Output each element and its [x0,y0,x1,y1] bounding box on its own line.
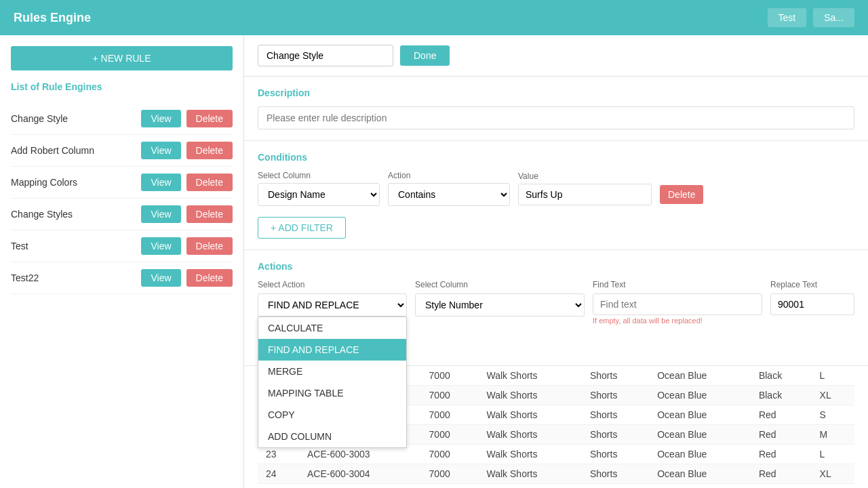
cell-size: M [812,425,854,445]
conditions-title: Conditions [258,152,854,163]
select-column-group: Select Column Design Name Style Number [258,171,380,206]
cell-size: XL [812,464,854,484]
rule-item-actions: View Delete [141,237,233,255]
view-button[interactable]: View [141,237,180,255]
col-find-text-label: Find Text [593,280,762,289]
find-text-input[interactable] [593,293,762,315]
delete-button[interactable]: Delete [186,237,233,255]
value-label: Value [518,171,652,181]
cell-style: Walk Shorts [479,386,582,405]
cell-category: Shorts [582,405,649,425]
actions-row: FIND AND REPLACE CALCULATE MERGE MAPPING… [258,293,854,325]
actions-title: Actions [258,261,854,272]
rule-name-label: Test [11,241,141,251]
rule-name-input[interactable] [258,45,393,66]
condition-row: Select Column Design Name Style Number A… [258,171,854,206]
cell-num: 25 [258,484,299,489]
rule-item-actions: View Delete [141,269,233,287]
rule-list: Change Style View Delete Add Robert Colu… [11,103,233,294]
cell-num: 24 [258,464,299,484]
delete-button[interactable]: Delete [186,110,233,127]
table-row: 24 ACE-600-3004 7000 Walk Shorts Shorts … [258,464,854,484]
cell-price: 7000 [421,445,479,464]
action-dropdown: CALCULATE FIND AND REPLACE MERGE MAPPING… [258,317,407,448]
find-hint: If empty, all data will be replaced! [593,317,762,325]
cell-style: Walk Shorts [479,425,582,445]
table-row: 25 ACE-600-4001 7000 Walk Shorts Shorts … [258,484,854,489]
done-button[interactable]: Done [400,45,450,66]
cell-style: Walk Shorts [479,464,582,484]
add-filter-button[interactable]: + ADD FILTER [258,217,346,239]
cell-size: L [812,366,854,386]
cell-price: 7000 [421,405,479,425]
test-button[interactable]: Test [768,8,807,27]
dropdown-item-mapping-table[interactable]: MAPPING TABLE [258,382,406,404]
app-title: Rules Engine [14,11,91,25]
cell-category: Shorts [582,386,649,405]
save-button[interactable]: Sa... [813,8,854,27]
cell-price: 7000 [421,386,479,405]
cell-color2: Black [751,366,812,386]
description-title: Description [258,87,854,98]
view-button[interactable]: View [141,142,180,159]
cell-color: Ocean Blue [649,464,751,484]
cell-color2: Red [751,425,812,445]
cell-color: Ocean Blue [649,445,751,464]
replace-text-input[interactable] [770,293,854,315]
sidebar: + NEW RULE List of Rule Engines Change S… [0,35,244,488]
dropdown-item-calculate[interactable]: CALCULATE [258,317,406,339]
main-content: Done Description Conditions Select Colum… [244,35,868,488]
rule-item: Add Robert Column View Delete [11,135,233,167]
rule-name-label: Change Styles [11,209,141,220]
cell-color2: Red [751,405,812,425]
rule-item-actions: View Delete [141,174,233,191]
cell-style: Walk Shorts [479,405,582,425]
cell-color: Ocean Blue [649,425,751,445]
view-button[interactable]: View [141,110,180,127]
action-select[interactable]: Contains Equals [388,183,510,206]
actions-header: Select Action Select Column Find Text Re… [258,280,854,289]
column-type-select[interactable]: Style Number Design Name [415,293,585,317]
rule-item-actions: View Delete [141,142,233,159]
delete-button[interactable]: Delete [186,142,233,159]
conditions-section: Conditions Select Column Design Name Sty… [244,141,868,250]
value-input[interactable] [518,184,652,205]
dropdown-item-copy[interactable]: COPY [258,404,406,426]
dropdown-item-merge[interactable]: MERGE [258,361,406,382]
cell-color2: Blue [751,484,812,489]
view-button[interactable]: View [141,205,180,223]
delete-button[interactable]: Delete [186,269,233,287]
description-input[interactable] [258,106,854,129]
select-column-label: Select Column [258,171,380,180]
delete-condition-button[interactable]: Delete [660,185,703,204]
cell-size: S [812,405,854,425]
sidebar-list-title: List of Rule Engines [11,81,233,92]
header-actions: Test Sa... [768,8,854,27]
rule-item-actions: View Delete [141,205,233,223]
value-group: Value [518,171,652,205]
dropdown-item-find-replace[interactable]: FIND AND REPLACE [258,339,406,361]
cell-style: Walk Shorts [479,484,582,489]
rule-item: Test View Delete [11,230,233,262]
rule-item: Mapping Colors View Delete [11,167,233,199]
rule-item: Change Style View Delete [11,103,233,135]
cell-color: Ocean Blue [649,386,751,405]
view-button[interactable]: View [141,269,180,287]
delete-button[interactable]: Delete [186,205,233,223]
cell-color: Ocean Blue [649,405,751,425]
cell-size: XL [812,386,854,405]
column-select[interactable]: Design Name Style Number [258,183,380,206]
rule-item: Change Styles View Delete [11,199,233,230]
cell-category: Shorts [582,484,649,489]
cell-price: 7000 [421,366,479,386]
view-button[interactable]: View [141,174,180,191]
cell-price: 7000 [421,484,479,489]
dropdown-item-add-column[interactable]: ADD COLUMN [258,426,406,447]
description-section: Description [244,77,868,141]
new-rule-button[interactable]: + NEW RULE [11,46,233,70]
cell-price: 7000 [421,464,479,484]
action-type-select[interactable]: FIND AND REPLACE CALCULATE MERGE MAPPING… [258,293,407,317]
delete-button[interactable]: Delete [186,174,233,191]
cell-category: Shorts [582,445,649,464]
cell-color: Ocean Blue [649,484,751,489]
